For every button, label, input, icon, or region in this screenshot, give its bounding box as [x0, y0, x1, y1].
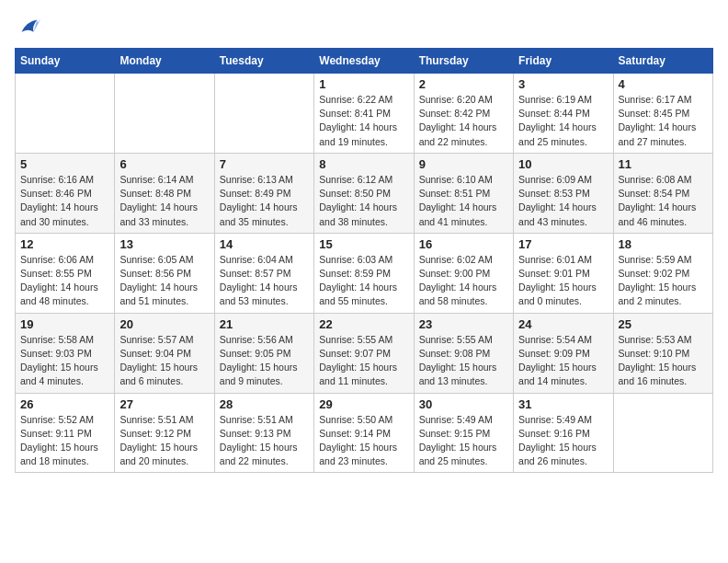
calendar-cell: 26Sunrise: 5:52 AM Sunset: 9:11 PM Dayli… [16, 393, 115, 473]
day-of-week-header: Friday [514, 49, 613, 74]
day-info: Sunrise: 6:04 AM Sunset: 8:57 PM Dayligh… [220, 253, 309, 309]
day-info: Sunrise: 6:16 AM Sunset: 8:46 PM Dayligh… [20, 173, 109, 229]
day-number: 29 [319, 397, 408, 411]
day-number: 24 [518, 317, 608, 331]
day-info: Sunrise: 6:13 AM Sunset: 8:49 PM Dayligh… [220, 173, 309, 229]
day-info: Sunrise: 5:58 AM Sunset: 9:03 PM Dayligh… [20, 333, 109, 389]
calendar-cell: 14Sunrise: 6:04 AM Sunset: 8:57 PM Dayli… [214, 233, 313, 313]
day-info: Sunrise: 5:54 AM Sunset: 9:09 PM Dayligh… [518, 333, 608, 389]
day-info: Sunrise: 6:20 AM Sunset: 8:42 PM Dayligh… [419, 93, 508, 149]
calendar-cell: 31Sunrise: 5:49 AM Sunset: 9:16 PM Dayli… [514, 393, 613, 473]
calendar-cell: 3Sunrise: 6:19 AM Sunset: 8:44 PM Daylig… [514, 74, 613, 154]
calendar-week-row: 26Sunrise: 5:52 AM Sunset: 9:11 PM Dayli… [16, 393, 713, 473]
day-number: 14 [220, 237, 309, 251]
day-of-week-header: Tuesday [214, 49, 313, 74]
day-info: Sunrise: 6:05 AM Sunset: 8:56 PM Dayligh… [119, 253, 209, 309]
calendar-cell: 7Sunrise: 6:13 AM Sunset: 8:49 PM Daylig… [214, 153, 313, 233]
day-number: 23 [419, 317, 508, 331]
calendar-table: SundayMondayTuesdayWednesdayThursdayFrid… [15, 48, 713, 473]
day-of-week-header: Thursday [414, 49, 513, 74]
calendar-cell [613, 393, 712, 473]
day-info: Sunrise: 5:51 AM Sunset: 9:13 PM Dayligh… [220, 413, 309, 469]
day-number: 26 [20, 397, 109, 411]
day-number: 17 [518, 237, 608, 251]
calendar-cell: 8Sunrise: 6:12 AM Sunset: 8:50 PM Daylig… [314, 153, 414, 233]
calendar-week-row: 19Sunrise: 5:58 AM Sunset: 9:03 PM Dayli… [16, 313, 713, 393]
day-info: Sunrise: 5:53 AM Sunset: 9:10 PM Dayligh… [619, 333, 708, 389]
calendar-cell: 12Sunrise: 6:06 AM Sunset: 8:55 PM Dayli… [16, 233, 115, 313]
calendar-cell: 2Sunrise: 6:20 AM Sunset: 8:42 PM Daylig… [414, 74, 513, 154]
day-info: Sunrise: 6:22 AM Sunset: 8:41 PM Dayligh… [319, 93, 408, 149]
day-number: 8 [319, 157, 408, 171]
day-number: 16 [419, 237, 508, 251]
day-number: 15 [319, 237, 408, 251]
calendar-cell: 1Sunrise: 6:22 AM Sunset: 8:41 PM Daylig… [314, 74, 414, 154]
day-number: 28 [220, 397, 309, 411]
calendar-cell: 18Sunrise: 5:59 AM Sunset: 9:02 PM Dayli… [613, 233, 712, 313]
day-info: Sunrise: 6:02 AM Sunset: 9:00 PM Dayligh… [419, 253, 508, 309]
day-info: Sunrise: 6:06 AM Sunset: 8:55 PM Dayligh… [20, 253, 109, 309]
day-number: 27 [119, 397, 209, 411]
day-number: 21 [220, 317, 309, 331]
day-info: Sunrise: 6:08 AM Sunset: 8:54 PM Dayligh… [619, 173, 708, 229]
day-number: 18 [619, 237, 708, 251]
day-info: Sunrise: 6:12 AM Sunset: 8:50 PM Dayligh… [319, 173, 408, 229]
calendar-cell: 22Sunrise: 5:55 AM Sunset: 9:07 PM Dayli… [314, 313, 414, 393]
calendar-cell: 19Sunrise: 5:58 AM Sunset: 9:03 PM Dayli… [16, 313, 115, 393]
calendar-cell: 21Sunrise: 5:56 AM Sunset: 9:05 PM Dayli… [214, 313, 313, 393]
day-number: 13 [119, 237, 209, 251]
calendar-cell: 25Sunrise: 5:53 AM Sunset: 9:10 PM Dayli… [613, 313, 712, 393]
day-number: 2 [419, 77, 508, 91]
calendar-cell: 6Sunrise: 6:14 AM Sunset: 8:48 PM Daylig… [115, 153, 214, 233]
day-info: Sunrise: 5:56 AM Sunset: 9:05 PM Dayligh… [220, 333, 309, 389]
day-number: 9 [419, 157, 508, 171]
day-info: Sunrise: 6:01 AM Sunset: 9:01 PM Dayligh… [518, 253, 608, 309]
day-info: Sunrise: 6:19 AM Sunset: 8:44 PM Dayligh… [518, 93, 608, 149]
calendar-week-row: 5Sunrise: 6:16 AM Sunset: 8:46 PM Daylig… [16, 153, 713, 233]
day-info: Sunrise: 5:50 AM Sunset: 9:14 PM Dayligh… [319, 413, 408, 469]
calendar-cell: 28Sunrise: 5:51 AM Sunset: 9:13 PM Dayli… [214, 393, 313, 473]
day-number: 31 [518, 397, 608, 411]
day-info: Sunrise: 6:03 AM Sunset: 8:59 PM Dayligh… [319, 253, 408, 309]
day-number: 11 [619, 157, 708, 171]
day-number: 4 [619, 77, 708, 91]
calendar-cell: 29Sunrise: 5:50 AM Sunset: 9:14 PM Dayli… [314, 393, 414, 473]
page-header [15, 15, 713, 40]
day-number: 7 [220, 157, 309, 171]
day-number: 3 [518, 77, 608, 91]
calendar-cell: 11Sunrise: 6:08 AM Sunset: 8:54 PM Dayli… [613, 153, 712, 233]
calendar-cell [16, 74, 115, 154]
calendar-cell: 4Sunrise: 6:17 AM Sunset: 8:45 PM Daylig… [613, 74, 712, 154]
day-info: Sunrise: 5:59 AM Sunset: 9:02 PM Dayligh… [619, 253, 708, 309]
day-info: Sunrise: 5:55 AM Sunset: 9:07 PM Dayligh… [319, 333, 408, 389]
calendar-cell: 23Sunrise: 5:55 AM Sunset: 9:08 PM Dayli… [414, 313, 513, 393]
calendar-cell: 16Sunrise: 6:02 AM Sunset: 9:00 PM Dayli… [414, 233, 513, 313]
day-info: Sunrise: 5:57 AM Sunset: 9:04 PM Dayligh… [119, 333, 209, 389]
day-of-week-header: Sunday [16, 49, 115, 74]
day-info: Sunrise: 5:52 AM Sunset: 9:11 PM Dayligh… [20, 413, 109, 469]
calendar-cell: 17Sunrise: 6:01 AM Sunset: 9:01 PM Dayli… [514, 233, 613, 313]
day-info: Sunrise: 6:14 AM Sunset: 8:48 PM Dayligh… [119, 173, 209, 229]
logo-icon [15, 15, 40, 40]
day-info: Sunrise: 5:51 AM Sunset: 9:12 PM Dayligh… [119, 413, 209, 469]
day-number: 19 [20, 317, 109, 331]
day-info: Sunrise: 5:49 AM Sunset: 9:16 PM Dayligh… [518, 413, 608, 469]
day-info: Sunrise: 6:10 AM Sunset: 8:51 PM Dayligh… [419, 173, 508, 229]
day-number: 25 [619, 317, 708, 331]
calendar-cell: 24Sunrise: 5:54 AM Sunset: 9:09 PM Dayli… [514, 313, 613, 393]
day-info: Sunrise: 6:17 AM Sunset: 8:45 PM Dayligh… [619, 93, 708, 149]
calendar-cell: 13Sunrise: 6:05 AM Sunset: 8:56 PM Dayli… [115, 233, 214, 313]
day-number: 20 [119, 317, 209, 331]
day-number: 10 [518, 157, 608, 171]
day-number: 6 [119, 157, 209, 171]
calendar-header-row: SundayMondayTuesdayWednesdayThursdayFrid… [16, 49, 713, 74]
calendar-cell [115, 74, 214, 154]
calendar-cell: 27Sunrise: 5:51 AM Sunset: 9:12 PM Dayli… [115, 393, 214, 473]
calendar-cell: 20Sunrise: 5:57 AM Sunset: 9:04 PM Dayli… [115, 313, 214, 393]
calendar-cell: 30Sunrise: 5:49 AM Sunset: 9:15 PM Dayli… [414, 393, 513, 473]
day-number: 12 [20, 237, 109, 251]
day-of-week-header: Saturday [613, 49, 712, 74]
calendar-cell [214, 74, 313, 154]
calendar-week-row: 12Sunrise: 6:06 AM Sunset: 8:55 PM Dayli… [16, 233, 713, 313]
day-info: Sunrise: 5:55 AM Sunset: 9:08 PM Dayligh… [419, 333, 508, 389]
